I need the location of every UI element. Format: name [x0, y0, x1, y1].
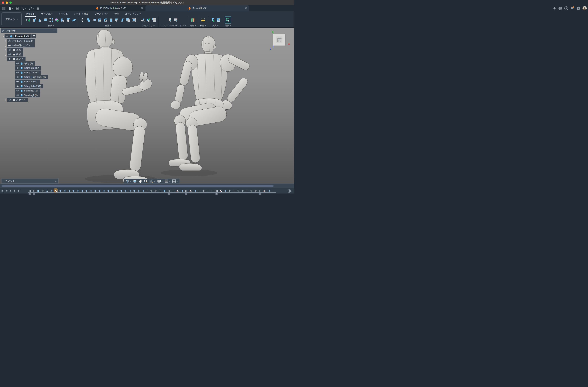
- browser-row[interactable]: Sitting Couch2: [1, 66, 122, 70]
- browser-row[interactable]: ❯解析: [1, 52, 122, 57]
- timeline-feature-offset[interactable]: [67, 189, 70, 193]
- boundary-fill-icon[interactable]: [60, 18, 65, 22]
- browser-row[interactable]: ❯ドキュメントの設定: [1, 39, 122, 43]
- timeline-group-expand-button[interactable]: +: [29, 193, 31, 194]
- component-table-icon[interactable]: [151, 18, 156, 22]
- browser-row[interactable]: ▾Pose ALL v5: [1, 34, 122, 39]
- measure-icon[interactable]: [201, 18, 206, 22]
- timeline-feature-move[interactable]: [246, 189, 248, 193]
- chevron-down-icon[interactable]: [176, 181, 178, 182]
- browser-row[interactable]: ▾ボディ: [1, 57, 122, 61]
- browser-panel-header[interactable]: ブラウザ —: [1, 28, 57, 33]
- loft-icon[interactable]: [49, 18, 54, 22]
- pan-icon[interactable]: [139, 179, 142, 183]
- timeline-feature-move[interactable]: [198, 189, 200, 193]
- timeline-feature-offset[interactable]: [106, 189, 109, 193]
- workspace-selector[interactable]: デザイン: [1, 12, 21, 26]
- timeline-feature-offset[interactable]: [72, 189, 74, 193]
- chevron-down-icon[interactable]: [161, 181, 163, 182]
- offset-face-icon[interactable]: [92, 18, 97, 22]
- ribbon-group-label[interactable]: 検査: [200, 24, 206, 27]
- timeline-feature-copy[interactable]: [54, 189, 57, 193]
- visibility-eye-icon[interactable]: [8, 58, 11, 60]
- add-comment-button[interactable]: +: [55, 179, 57, 183]
- timeline-group-expand-button[interactable]: +: [259, 193, 261, 194]
- ribbon-group-label[interactable]: 構築: [190, 24, 196, 27]
- ribbon-group-label[interactable]: 選択: [225, 24, 231, 27]
- ribbon-tab-プラスチック[interactable]: プラスチック: [94, 12, 109, 16]
- timeline-feature-move[interactable]: [241, 189, 244, 193]
- timeline-group-expand-button[interactable]: +: [33, 193, 35, 194]
- ribbon-group-label[interactable]: アセンブリ: [142, 24, 155, 27]
- timeline-feature-group[interactable]: +: [185, 189, 188, 193]
- zoom-window-button[interactable]: [9, 1, 12, 4]
- comments-bar[interactable]: コメント +: [1, 179, 59, 183]
- active-document-radio[interactable]: [32, 34, 36, 38]
- chamfer-icon[interactable]: [103, 18, 108, 22]
- timeline-feature-move[interactable]: [228, 189, 231, 193]
- timeline-feature-offset[interactable]: [115, 189, 118, 193]
- timeline-feature-offset[interactable]: [89, 189, 92, 193]
- step-back-button[interactable]: [5, 189, 8, 192]
- chevron-right-icon[interactable]: ❯: [4, 40, 7, 42]
- timeline-feature-press-pull[interactable]: [163, 189, 166, 193]
- visibility-eye-icon[interactable]: [16, 85, 19, 87]
- look-at-icon[interactable]: [133, 179, 137, 183]
- fillet-icon[interactable]: [97, 18, 102, 22]
- chevron-right-icon[interactable]: ❯: [4, 53, 7, 56]
- timeline-feature-group[interactable]: +: [259, 189, 261, 193]
- browser-row[interactable]: Standing1 (1): [1, 93, 122, 98]
- home-icon[interactable]: [35, 5, 41, 11]
- timeline-feature-move[interactable]: [237, 189, 240, 193]
- visibility-eye-off-icon[interactable]: [8, 53, 11, 56]
- construction-plane-icon[interactable]: [190, 18, 195, 22]
- timeline-feature-move[interactable]: [159, 189, 161, 193]
- file-new-icon[interactable]: [7, 5, 14, 11]
- timeline-feature-group[interactable]: +: [168, 189, 170, 193]
- select-icon[interactable]: [225, 17, 231, 24]
- ribbon-group-label[interactable]: 作成: [48, 24, 54, 27]
- configuration-icon[interactable]: [168, 18, 173, 22]
- insert-fastener-icon[interactable]: [210, 18, 215, 22]
- save-icon[interactable]: [14, 5, 20, 11]
- timeline-feature-offset[interactable]: [120, 189, 122, 193]
- visibility-eye-icon[interactable]: [5, 35, 9, 38]
- document-tab-active[interactable]: Pose ALL v5*✕: [146, 5, 249, 11]
- timeline-feature-copy[interactable]: [220, 189, 222, 193]
- redo-icon[interactable]: [28, 5, 35, 11]
- timeline-feature-move[interactable]: [232, 189, 235, 193]
- minimize-window-button[interactable]: [6, 1, 8, 4]
- timeline-feature-group[interactable]: +: [33, 189, 35, 193]
- timeline-feature-move[interactable]: [211, 189, 213, 193]
- play-button[interactable]: [9, 189, 12, 192]
- browser-row[interactable]: Lying (1): [1, 61, 122, 66]
- timeline-feature-move[interactable]: [250, 189, 253, 193]
- browser-row[interactable]: ❯スケッチ: [1, 98, 122, 102]
- visibility-eye-off-icon[interactable]: [16, 67, 19, 69]
- chevron-down-icon[interactable]: [154, 181, 155, 182]
- browser-row[interactable]: Sitting Table2 (1): [1, 84, 122, 88]
- collapse-panel-icon[interactable]: [1, 29, 6, 32]
- browser-row[interactable]: ❯原点: [1, 48, 122, 52]
- undo-icon[interactable]: [20, 5, 28, 11]
- app-grid-icon[interactable]: [1, 5, 7, 11]
- timeline-group-expand-button[interactable]: +: [185, 193, 187, 194]
- timeline-feature-offset[interactable]: [81, 189, 83, 193]
- timeline-feature-move[interactable]: [41, 189, 44, 193]
- timeline-feature-group[interactable]: +: [215, 189, 218, 193]
- press-pull-icon[interactable]: [86, 18, 91, 22]
- timeline-group-expand-button[interactable]: +: [168, 193, 170, 194]
- timeline-feature-group[interactable]: +: [28, 189, 31, 193]
- close-tab-icon[interactable]: ✕: [245, 7, 247, 10]
- visibility-eye-off-icon[interactable]: [16, 71, 19, 74]
- create-sketch-icon[interactable]: [26, 18, 31, 22]
- minimize-panel-icon[interactable]: —: [53, 29, 56, 32]
- replace-face-icon[interactable]: [131, 18, 136, 22]
- visibility-eye-off-icon[interactable]: [16, 94, 19, 97]
- ribbon-group-label[interactable]: コンフィギュレーション: [160, 24, 186, 27]
- timeline-feature-offset[interactable]: [102, 189, 105, 193]
- timeline-feature-move[interactable]: [154, 189, 157, 193]
- viewports-icon[interactable]: [172, 179, 178, 183]
- timeline-feature-offset[interactable]: [50, 189, 53, 193]
- insert-canvas-icon[interactable]: [216, 18, 221, 22]
